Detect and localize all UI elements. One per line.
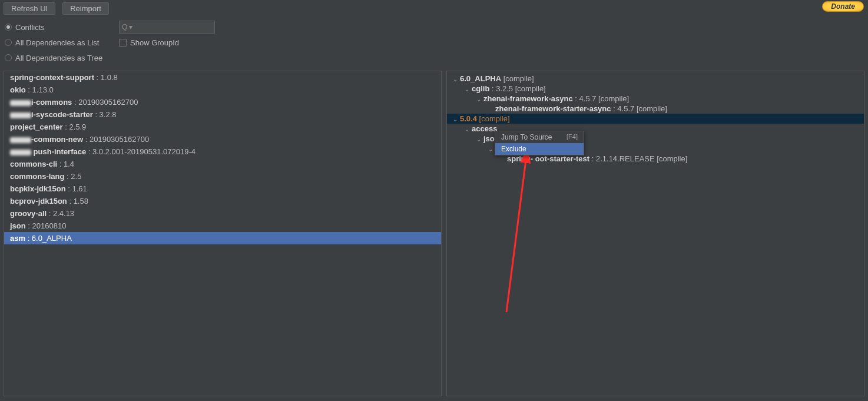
- list-item[interactable]: push-interface : 3.0.2.001-20190531.0720…: [4, 145, 441, 158]
- node-meta: : 4.5.7 [compile]: [611, 104, 667, 113]
- radio-icon: [5, 24, 12, 31]
- dep-version: : 1.0.8: [94, 73, 118, 82]
- tree-node[interactable]: zhenai-framework-starter-async : 4.5.7 […: [447, 104, 864, 114]
- node-name: 6.0_ALPHA: [460, 74, 501, 83]
- radio-label: All Dependencies as Tree: [15, 54, 102, 62]
- dep-name: asm: [10, 234, 25, 243]
- dep-name: project_center: [10, 122, 63, 131]
- dep-version: : 3.0.2.001-20190531.072019-4: [86, 147, 196, 156]
- dep-version: : 1.13.0: [26, 85, 54, 94]
- node-name: zhenai-framework-async: [483, 94, 573, 103]
- list-item[interactable]: i-syscode-starter : 3.2.8: [4, 108, 441, 121]
- dep-name: commons-lang: [10, 172, 64, 181]
- search-input[interactable]: Q▾: [119, 21, 215, 34]
- checkbox-show-groupid[interactable]: Show GroupId: [119, 38, 179, 47]
- list-item[interactable]: asm : 6.0_ALPHA: [4, 232, 441, 244]
- dep-name: -common-new: [31, 135, 83, 144]
- dep-version: : 20190305162700: [83, 135, 149, 144]
- context-menu: Jump To Source[F4]Exclude: [495, 131, 584, 155]
- chevron-down-icon[interactable]: ⌄: [452, 116, 459, 122]
- node-meta: : 3.2.5 [compile]: [489, 84, 545, 93]
- radio-conflicts[interactable]: Conflicts: [5, 23, 111, 32]
- dep-name: bcpkix-jdk15on: [10, 184, 66, 193]
- redacted-text: [10, 112, 31, 118]
- list-item[interactable]: groovy-all : 2.4.13: [4, 207, 441, 220]
- dep-version: : 2.5.9: [63, 122, 87, 131]
- node-meta: [compile]: [477, 114, 510, 123]
- radio-label: Conflicts: [15, 23, 45, 32]
- node-name: cglib: [472, 84, 489, 93]
- left-panel: spring-context-support : 1.0.8okio : 1.1…: [4, 71, 442, 396]
- dep-name: spring-context-support: [10, 73, 94, 82]
- dep-version: : 2.5: [64, 172, 81, 181]
- node-meta: : 4.5.7 [compile]: [573, 94, 629, 103]
- dep-name: i-commons: [31, 98, 72, 107]
- dep-name: json: [10, 221, 26, 230]
- dep-version: : 1.4: [57, 160, 74, 168]
- refresh-button[interactable]: Refresh UI: [4, 2, 55, 15]
- filter-rows: Conflicts Q▾ All Dependencies as List Sh…: [0, 17, 868, 68]
- dep-version: : 1.58: [67, 197, 88, 206]
- node-meta: [compile]: [501, 74, 534, 83]
- node-name: zhenai-framework-starter-async: [495, 104, 611, 113]
- context-menu-item[interactable]: Exclude: [495, 143, 584, 155]
- dep-name: groovy-all: [10, 209, 47, 218]
- reimport-button[interactable]: Reimport: [62, 2, 109, 15]
- list-item[interactable]: -common-new : 20190305162700: [4, 133, 441, 145]
- dep-name: commons-cli: [10, 160, 57, 168]
- list-item[interactable]: commons-cli : 1.4: [4, 158, 441, 170]
- context-menu-item[interactable]: Jump To Source[F4]: [495, 131, 584, 143]
- node-meta: : 2.1.14.RELEASE [compile]: [589, 154, 687, 163]
- redacted-text: [10, 150, 31, 155]
- list-item[interactable]: bcpkix-jdk15on : 1.61: [4, 183, 441, 195]
- list-item[interactable]: project_center : 2.5.9: [4, 121, 441, 133]
- radio-label: All Dependencies as List: [15, 38, 99, 47]
- chevron-down-icon[interactable]: ⌄: [463, 86, 471, 92]
- radio-all-tree[interactable]: All Dependencies as Tree: [5, 54, 111, 62]
- toolbar: Refresh UI Reimport: [0, 0, 868, 17]
- node-name: 5.0.4: [460, 114, 477, 123]
- checkbox-icon: [119, 39, 127, 47]
- dep-version: : 6.0_ALPHA: [25, 234, 72, 243]
- tree-node[interactable]: ⌄6.0_ALPHA [compile]: [447, 74, 864, 84]
- node-name: jso: [483, 134, 495, 143]
- radio-icon: [5, 39, 12, 46]
- donate-button[interactable]: Donate: [822, 1, 864, 12]
- dep-version: : 1.61: [66, 184, 87, 193]
- tree-node[interactable]: ⌄cglib : 3.2.5 [compile]: [447, 84, 864, 94]
- tree-node[interactable]: ⌄5.0.4 [compile]: [447, 114, 864, 124]
- dep-name: bcprov-jdk15on: [10, 197, 67, 206]
- list-item[interactable]: json : 20160810: [4, 220, 441, 232]
- chevron-down-icon[interactable]: ⌄: [475, 136, 482, 142]
- search-icon: Q: [122, 23, 127, 31]
- main-split: spring-context-support : 1.0.8okio : 1.1…: [4, 71, 864, 396]
- chevron-down-icon[interactable]: ⌄: [452, 76, 459, 82]
- redacted-text: [10, 137, 31, 143]
- chevron-down-icon[interactable]: ⌄: [463, 126, 471, 132]
- radio-icon: [5, 54, 12, 61]
- dep-version: : 20160810: [26, 221, 67, 230]
- menu-item-label: Exclude: [501, 145, 526, 153]
- list-item[interactable]: i-commons : 20190305162700: [4, 96, 441, 108]
- checkbox-label: Show GroupId: [130, 38, 179, 47]
- list-item[interactable]: spring-context-support : 1.0.8: [4, 71, 441, 84]
- dep-name: i-syscode-starter: [31, 110, 93, 119]
- chevron-down-icon[interactable]: ⌄: [475, 96, 482, 102]
- dependency-list[interactable]: spring-context-support : 1.0.8okio : 1.1…: [4, 71, 441, 244]
- dep-version: : 2.4.13: [47, 209, 74, 218]
- tree-node[interactable]: ⌄zhenai-framework-async : 4.5.7 [compile…: [447, 94, 864, 104]
- chevron-down-icon[interactable]: ⌄: [487, 146, 494, 153]
- list-item[interactable]: commons-lang : 2.5: [4, 170, 441, 183]
- radio-all-list[interactable]: All Dependencies as List: [5, 38, 111, 47]
- dep-name: okio: [10, 85, 26, 94]
- right-panel: ⌄6.0_ALPHA [compile]⌄cglib : 3.2.5 [comp…: [446, 71, 864, 396]
- node-name: spring- oot-starter-test: [507, 154, 589, 163]
- dep-name: push-interface: [31, 147, 86, 156]
- list-item[interactable]: okio : 1.13.0: [4, 84, 441, 96]
- menu-item-shortcut: [F4]: [566, 133, 578, 141]
- menu-item-label: Jump To Source: [501, 133, 552, 141]
- redacted-text: [10, 100, 31, 106]
- dep-version: : 3.2.8: [93, 110, 117, 119]
- node-name: access: [472, 124, 497, 133]
- list-item[interactable]: bcprov-jdk15on : 1.58: [4, 195, 441, 207]
